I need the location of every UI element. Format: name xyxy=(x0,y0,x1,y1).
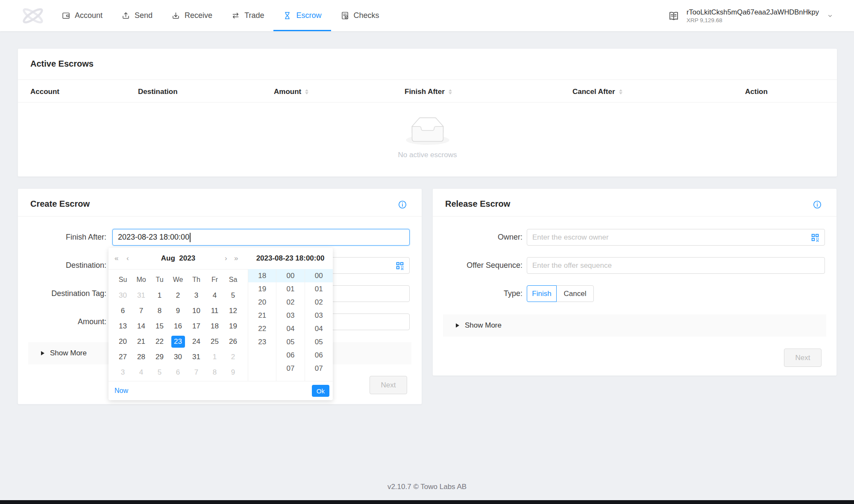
show-more-toggle[interactable]: Show More xyxy=(443,314,826,337)
second-cell[interactable]: 01 xyxy=(305,282,333,296)
calendar-day[interactable]: 17 xyxy=(187,319,205,334)
second-cell[interactable]: 06 xyxy=(305,349,333,362)
calendar-day[interactable]: 9 xyxy=(169,303,187,319)
send-icon xyxy=(121,11,130,20)
calendar-day[interactable]: 4 xyxy=(205,288,224,303)
minute-cell-selected[interactable]: 00 xyxy=(276,269,304,282)
calendar-day[interactable]: 6 xyxy=(169,365,187,380)
calendar-day[interactable]: 2 xyxy=(169,288,187,303)
offer-sequence-input[interactable] xyxy=(527,257,825,274)
calendar-day[interactable]: 24 xyxy=(187,334,205,349)
minute-cell[interactable]: 04 xyxy=(276,322,304,335)
hour-cell[interactable]: 22 xyxy=(248,322,276,335)
calendar-day[interactable]: 4 xyxy=(132,365,150,380)
calendar-day[interactable]: 7 xyxy=(187,365,205,380)
type-cancel-button[interactable]: Cancel xyxy=(556,285,594,302)
calendar-day[interactable]: 18 xyxy=(205,319,224,334)
next-year-button[interactable]: » xyxy=(234,248,238,269)
info-icon[interactable] xyxy=(398,200,407,209)
calendar-day[interactable]: 9 xyxy=(224,365,242,380)
minute-cell[interactable]: 03 xyxy=(276,309,304,322)
month-select[interactable]: Aug xyxy=(161,254,175,262)
second-cell[interactable]: 04 xyxy=(305,322,333,335)
weekday-label: Sa xyxy=(224,272,242,288)
calendar-day[interactable]: 13 xyxy=(114,319,132,334)
calendar-day[interactable]: 29 xyxy=(150,349,169,365)
calendar-day[interactable]: 7 xyxy=(132,303,150,319)
release-next-button[interactable]: Next xyxy=(784,349,822,367)
type-finish-button[interactable]: Finish xyxy=(527,285,557,302)
year-select[interactable]: 2023 xyxy=(179,254,195,262)
hour-cell[interactable]: 20 xyxy=(248,296,276,309)
next-month-button[interactable]: › xyxy=(225,248,227,269)
calendar-day[interactable]: 25 xyxy=(205,334,224,349)
address-book-icon[interactable] xyxy=(668,10,680,22)
hour-cell-selected[interactable]: 18 xyxy=(248,269,276,282)
calendar-day[interactable]: 8 xyxy=(150,303,169,319)
calendar-day[interactable]: 16 xyxy=(169,319,187,334)
column-header-cancel-after[interactable]: Cancel After xyxy=(572,85,622,98)
calendar-day-selected[interactable]: 23 xyxy=(169,334,187,349)
owner-field[interactable] xyxy=(532,233,819,242)
calendar-day[interactable]: 27 xyxy=(114,349,132,365)
account-switcher[interactable]: rTooLkitCksh5mQa67eaa2JaWHDBnHkpy XRP 9,… xyxy=(668,0,833,31)
calendar-day[interactable]: 31 xyxy=(132,288,150,303)
second-cell[interactable]: 03 xyxy=(305,309,333,322)
nav-item-receive[interactable]: Receive xyxy=(162,0,222,31)
second-cell[interactable]: 05 xyxy=(305,335,333,349)
second-cell[interactable]: 02 xyxy=(305,296,333,309)
calendar-day[interactable]: 8 xyxy=(205,365,224,380)
second-cell[interactable]: 07 xyxy=(305,362,333,375)
minute-cell[interactable]: 05 xyxy=(276,335,304,349)
calendar-day[interactable]: 31 xyxy=(187,349,205,365)
qr-code-icon[interactable] xyxy=(395,261,405,270)
calendar-day[interactable]: 3 xyxy=(187,288,205,303)
weekday-label: Su xyxy=(114,272,132,288)
calendar-day[interactable]: 5 xyxy=(224,288,242,303)
nav-item-account[interactable]: Account xyxy=(52,0,112,31)
calendar-day[interactable]: 6 xyxy=(114,303,132,319)
calendar-day[interactable]: 22 xyxy=(150,334,169,349)
nav-item-trade[interactable]: Trade xyxy=(222,0,273,31)
nav-item-checks[interactable]: Checks xyxy=(331,0,389,31)
calendar-day[interactable]: 3 xyxy=(114,365,132,380)
nav-item-send[interactable]: Send xyxy=(112,0,162,31)
calendar-day[interactable]: 5 xyxy=(150,365,169,380)
info-icon[interactable] xyxy=(813,200,822,209)
app-logo-icon[interactable] xyxy=(21,3,45,28)
calendar-day[interactable]: 2 xyxy=(224,349,242,365)
nav-item-escrow[interactable]: Escrow xyxy=(273,0,331,31)
calendar-day[interactable]: 12 xyxy=(224,303,242,319)
calendar-day[interactable]: 28 xyxy=(132,349,150,365)
ok-button[interactable]: Ok xyxy=(312,385,329,397)
weekday-label: Tu xyxy=(150,272,169,288)
column-header-amount[interactable]: Amount xyxy=(274,85,308,98)
create-next-button[interactable]: Next xyxy=(370,376,407,394)
second-cell-selected[interactable]: 00 xyxy=(305,269,333,282)
hour-cell[interactable]: 23 xyxy=(248,335,276,349)
minute-cell[interactable]: 07 xyxy=(276,362,304,375)
minute-cell[interactable]: 01 xyxy=(276,282,304,296)
calendar-day[interactable]: 20 xyxy=(114,334,132,349)
minute-cell[interactable]: 02 xyxy=(276,296,304,309)
now-button[interactable]: Now xyxy=(114,381,128,400)
calendar-day[interactable]: 30 xyxy=(114,288,132,303)
hour-cell[interactable]: 21 xyxy=(248,309,276,322)
calendar-day[interactable]: 15 xyxy=(150,319,169,334)
qr-code-icon[interactable] xyxy=(810,233,820,242)
calendar-day[interactable]: 11 xyxy=(205,303,224,319)
calendar-day[interactable]: 10 xyxy=(187,303,205,319)
hour-cell[interactable]: 19 xyxy=(248,282,276,296)
calendar-day[interactable]: 30 xyxy=(169,349,187,365)
calendar-day[interactable]: 21 xyxy=(132,334,150,349)
column-header-finish-after[interactable]: Finish After xyxy=(405,85,452,98)
offer-sequence-field[interactable] xyxy=(532,261,819,270)
calendar-day[interactable]: 26 xyxy=(224,334,242,349)
calendar-day[interactable]: 19 xyxy=(224,319,242,334)
finish-after-input[interactable]: 2023-08-23 18:00:00 xyxy=(112,229,410,246)
calendar-day[interactable]: 1 xyxy=(205,349,224,365)
minute-cell[interactable]: 06 xyxy=(276,349,304,362)
owner-input[interactable] xyxy=(527,229,825,246)
calendar-day[interactable]: 14 xyxy=(132,319,150,334)
calendar-day[interactable]: 1 xyxy=(150,288,169,303)
